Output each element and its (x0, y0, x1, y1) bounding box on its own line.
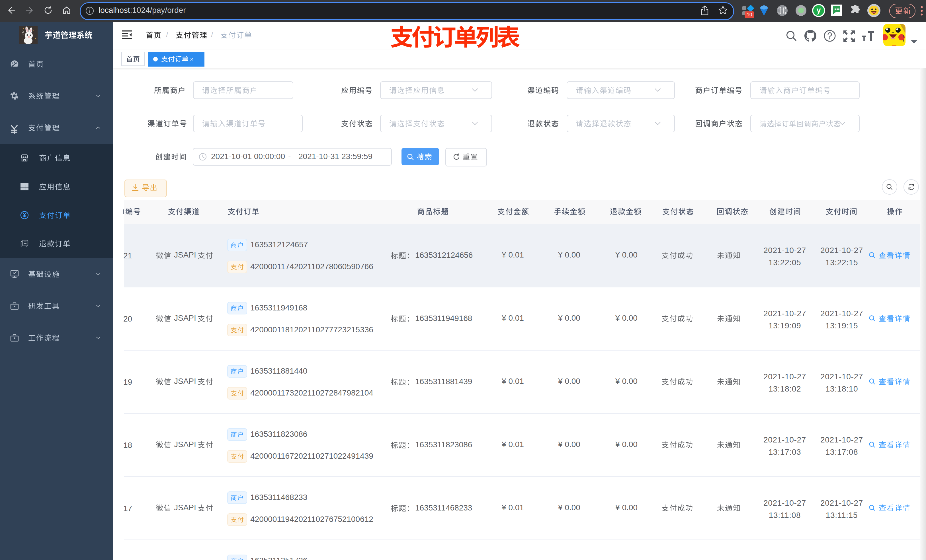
svg-text:y: y (816, 6, 821, 15)
